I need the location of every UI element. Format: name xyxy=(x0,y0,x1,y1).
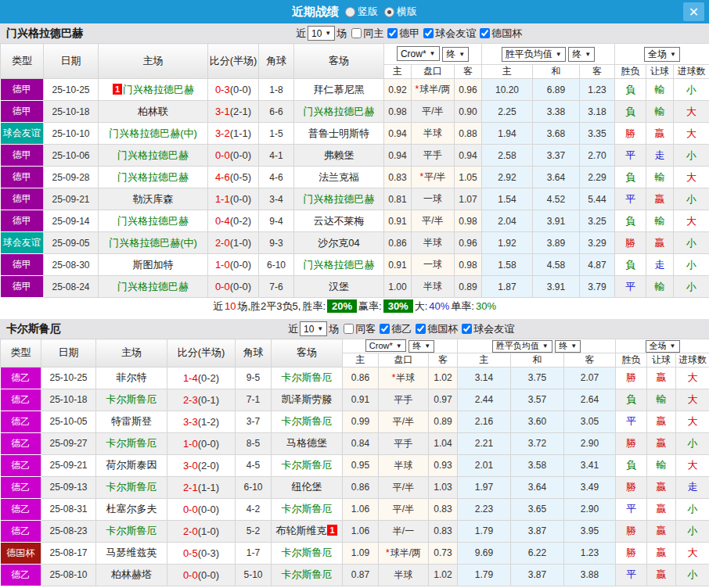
home-odds: 0.84 xyxy=(343,432,379,454)
home-team[interactable]: 柏林联 xyxy=(99,101,208,123)
league-filter-2[interactable]: 球会友谊 xyxy=(420,27,476,41)
away-team[interactable]: 布轮斯维克1 xyxy=(272,520,343,542)
home-team[interactable]: 特雷斯登 xyxy=(96,411,167,432)
handicap-result: 贏 xyxy=(646,232,674,254)
home-team[interactable]: 1门兴格拉德巴赫 xyxy=(99,79,208,101)
home-team[interactable]: 门兴格拉德巴赫 xyxy=(99,167,208,188)
company-dropdown[interactable]: Crow*▼ xyxy=(397,46,440,61)
match-type-badge: 球会友谊 xyxy=(1,123,44,145)
avg-home-odds: 2.92 xyxy=(482,167,533,188)
league-checkbox[interactable] xyxy=(462,324,472,334)
scope-group-header: 全场▼ xyxy=(616,339,709,353)
handicap-result: 贏 xyxy=(646,188,674,210)
handicap-result: 輸 xyxy=(646,210,674,232)
league-filter-3[interactable]: 德国杯 xyxy=(477,27,522,41)
close-button[interactable]: ✕ xyxy=(683,2,704,21)
col-goals: 进球数 xyxy=(674,65,709,79)
metric-dropdown[interactable]: 胜平负均值▼ xyxy=(502,47,566,62)
home-team[interactable]: 勒沃库森 xyxy=(99,188,208,210)
avg-home-odds: 2.23 xyxy=(458,498,511,520)
league-filter-1[interactable]: 德乙 xyxy=(376,322,412,336)
final-dropdown[interactable]: 终▼ xyxy=(555,340,581,353)
handicap-result: 輸 xyxy=(646,101,674,123)
home-odds: 0.91 xyxy=(343,389,379,411)
away-team[interactable]: 卡尔斯鲁厄 xyxy=(272,564,343,586)
home-team[interactable]: 门兴格拉德巴赫(中) xyxy=(99,123,208,145)
away-team[interactable]: 门兴格拉德巴赫 xyxy=(294,254,384,276)
match-date: 25-08-24 xyxy=(44,276,99,298)
match-row: 球会友谊25-10-10门兴格拉德巴赫(中)3-2(1-1)1-5普鲁士明斯特0… xyxy=(1,123,709,145)
same-venue-checkbox[interactable] xyxy=(351,28,362,38)
home-team[interactable]: 柏林赫塔 xyxy=(96,564,167,586)
away-team[interactable]: 纽伦堡 xyxy=(272,476,343,498)
league-filter-2[interactable]: 德国杯 xyxy=(412,322,458,336)
home-team[interactable]: 门兴格拉德巴赫 xyxy=(99,210,208,232)
home-odds: 0.95 xyxy=(343,454,379,476)
away-team[interactable]: 拜仁慕尼黑 xyxy=(294,79,384,101)
final-dropdown[interactable]: 终▼ xyxy=(408,340,434,353)
away-team[interactable]: 卡尔斯鲁厄 xyxy=(272,367,343,389)
home-team[interactable]: 卡尔斯鲁厄 xyxy=(96,476,167,498)
league-checkbox[interactable] xyxy=(387,28,398,38)
corner-count: 5-2 xyxy=(236,520,272,542)
home-team[interactable]: 卡尔斯鲁厄 xyxy=(96,432,167,454)
league-checkbox[interactable] xyxy=(480,28,490,38)
match-row: 德甲25-10-18柏林联3-1(2-1)6-6门兴格拉德巴赫0.98平/半0.… xyxy=(1,101,709,123)
away-team[interactable]: 普鲁士明斯特 xyxy=(294,123,384,145)
home-team[interactable]: 杜塞尔多夫 xyxy=(96,498,167,520)
company-dropdown[interactable]: Crow*▼ xyxy=(365,339,406,352)
goals-result: 大 xyxy=(676,389,709,411)
corner-count: 4-5 xyxy=(236,454,272,476)
home-team[interactable]: 门兴格拉德巴赫 xyxy=(99,276,208,298)
final-dropdown[interactable]: 终▼ xyxy=(442,47,469,62)
away-team[interactable]: 汉堡 xyxy=(294,276,384,298)
league-checkbox[interactable] xyxy=(416,324,426,334)
avg-draw-odds: 3.37 xyxy=(533,145,580,167)
away-team[interactable]: 卡尔斯鲁厄 xyxy=(272,454,343,476)
away-team[interactable]: 卡尔斯鲁厄 xyxy=(272,411,343,432)
away-team[interactable]: 弗赖堡 xyxy=(294,145,384,167)
same-venue-checkbox[interactable] xyxy=(344,324,354,334)
layout-radio-horizontal[interactable]: 横版 xyxy=(384,5,417,19)
home-team[interactable]: 菲尔特 xyxy=(96,367,167,389)
same-venue-filter[interactable]: 同主 xyxy=(348,27,383,41)
home-team[interactable]: 斯图加特 xyxy=(99,254,208,276)
away-team[interactable]: 马格德堡 xyxy=(272,432,343,454)
odds-group-header: Crow*▼ 终▼ xyxy=(343,339,458,353)
away-team[interactable]: 门兴格拉德巴赫 xyxy=(294,101,384,123)
radio-selected-icon[interactable] xyxy=(384,7,394,17)
scope-dropdown[interactable]: 全场▼ xyxy=(644,47,680,62)
handicap-line: 平手 xyxy=(379,389,429,411)
home-team[interactable]: 马瑟维兹英 xyxy=(96,542,167,564)
home-team[interactable]: 门兴格拉德巴赫 xyxy=(99,145,208,167)
away-team[interactable]: 沙尔克04 xyxy=(294,232,384,254)
away-odds: 0.98 xyxy=(455,210,482,232)
match-row: 德乙25-08-10柏林赫塔0-0(0-0)5-10卡尔斯鲁厄0.87半球1.0… xyxy=(1,564,709,586)
home-team[interactable]: 门兴格拉德巴赫(中) xyxy=(99,232,208,254)
final-dropdown[interactable]: 终▼ xyxy=(568,47,595,62)
match-count-dropdown[interactable]: 10 ▼ xyxy=(308,26,335,41)
same-venue-filter[interactable]: 同客 xyxy=(340,322,376,336)
league-checkbox[interactable] xyxy=(423,28,434,38)
scope-dropdown[interactable]: 全场▼ xyxy=(646,340,680,353)
away-team[interactable]: 云达不莱梅 xyxy=(294,210,384,232)
metric-dropdown[interactable]: 胜平负均值▼ xyxy=(492,340,552,353)
win-loss-result: 勝 xyxy=(615,123,646,145)
away-team[interactable]: 法兰克福 xyxy=(294,167,384,188)
away-team[interactable]: 卡尔斯鲁厄 xyxy=(272,542,343,564)
match-row: 德乙25-10-18卡尔斯鲁厄2-3(0-1)7-1凯泽斯劳滕0.91平手0.9… xyxy=(1,389,709,411)
league-checkbox[interactable] xyxy=(380,324,390,334)
handicap-line: 平手 xyxy=(379,432,429,454)
away-team[interactable]: 凯泽斯劳滕 xyxy=(272,389,343,411)
away-team[interactable]: 卡尔斯鲁厄 xyxy=(272,498,343,520)
layout-radio-vertical[interactable]: 竖版 xyxy=(345,5,378,19)
home-team[interactable]: 卡尔斯鲁厄 xyxy=(96,520,167,542)
home-team[interactable]: 荷尔斯泰因 xyxy=(96,454,167,476)
league-filter-1[interactable]: 德甲 xyxy=(384,27,419,41)
league-filter-3[interactable]: 球会友谊 xyxy=(459,322,514,336)
home-odds: 0.87 xyxy=(343,564,379,586)
away-team[interactable]: 门兴格拉德巴赫 xyxy=(294,188,384,210)
radio-unselected-icon[interactable] xyxy=(345,7,355,17)
home-team[interactable]: 卡尔斯鲁厄 xyxy=(96,389,167,411)
match-count-dropdown[interactable]: 10 ▼ xyxy=(300,321,327,336)
